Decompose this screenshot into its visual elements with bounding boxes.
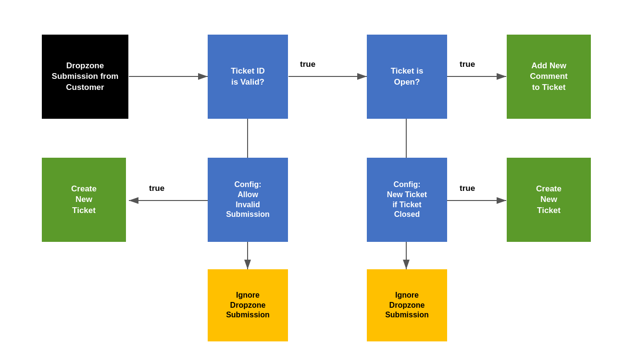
label-true-1: true [300, 60, 315, 69]
node-create-ticket-right: CreateNewTicket [507, 158, 591, 242]
label-true-2: true [460, 60, 475, 69]
node-ignore-left: IgnoreDropzoneSubmission [208, 269, 288, 341]
node-create-ticket-left: CreateNewTicket [42, 158, 126, 242]
node-config-closed: Config:New Ticketif TicketClosed [367, 158, 447, 242]
node-ticket-open: Ticket isOpen? [367, 35, 447, 119]
node-config-invalid: Config:AllowInvalidSubmission [208, 158, 288, 242]
label-true-3: true [149, 184, 164, 193]
node-dropzone: Dropzone Submission from Customer [42, 35, 128, 119]
node-ignore-right: IgnoreDropzoneSubmission [367, 269, 447, 341]
node-add-comment: Add NewCommentto Ticket [507, 35, 591, 119]
flowchart: Dropzone Submission from Customer Ticket… [0, 0, 625, 364]
label-true-4: true [460, 184, 475, 193]
node-ticket-valid: Ticket IDis Valid? [208, 35, 288, 119]
